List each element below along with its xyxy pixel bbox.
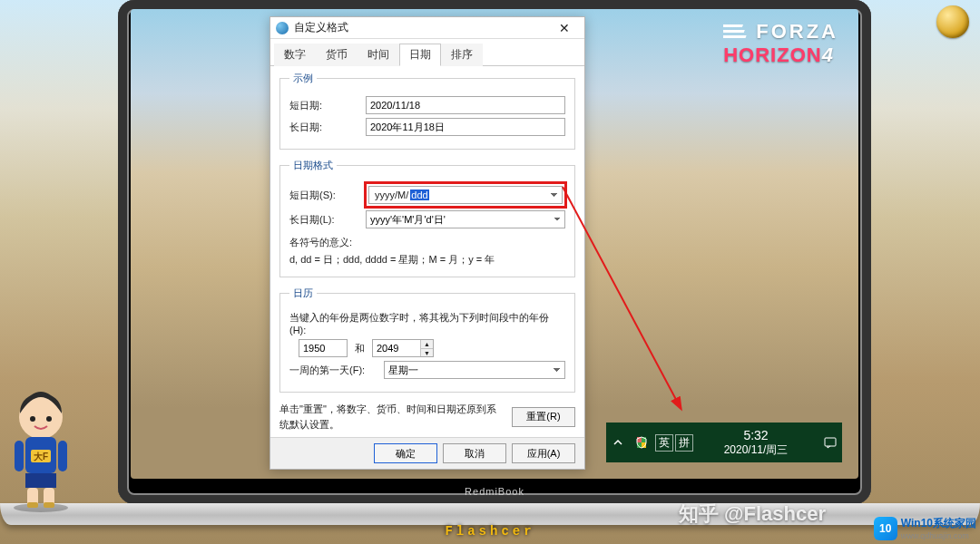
custom-format-dialog: 自定义格式 ✕ 数字 货币 时间 日期 排序 示例 短日期: 长 (270, 16, 585, 470)
first-day-select[interactable]: 星期一 (384, 361, 565, 379)
svg-rect-14 (25, 473, 56, 488)
laptop-frame: RedmiBook FORZA HORIZON4 自定义格式 (118, 0, 871, 504)
author-signature: Flashcer (445, 524, 534, 539)
reset-button[interactable]: 重置(R) (512, 407, 575, 427)
site-name: Win10系统家园 (901, 516, 976, 531)
date-format-legend: 日期格式 (289, 159, 337, 172)
svg-rect-20 (58, 441, 67, 471)
short-date-example-label: 短日期: (289, 99, 358, 112)
tray-chevron-icon[interactable] (606, 423, 630, 462)
close-button[interactable]: ✕ (550, 22, 579, 34)
tab-date[interactable]: 日期 (399, 44, 441, 66)
long-date-example-label: 长日期: (289, 121, 358, 134)
taskbar-tray: 英 拼 5:32 2020/11/周三 (606, 423, 842, 462)
coin-icon (936, 5, 969, 38)
example-group: 示例 短日期: 长日期: (279, 72, 575, 150)
year-from-spinner (299, 339, 348, 357)
example-legend: 示例 (289, 72, 317, 85)
svg-rect-18 (44, 502, 54, 508)
cancel-button[interactable]: 取消 (443, 443, 506, 463)
dialog-tabs: 数字 货币 时间 日期 排序 (270, 39, 584, 66)
laptop-brand-label: RedmiBook (465, 486, 524, 497)
site-url: www.qdhuajin.com (901, 531, 976, 540)
apply-button[interactable]: 应用(A) (512, 443, 575, 463)
dialog-footer: 确定 取消 应用(A) (270, 437, 584, 469)
symbol-meaning-label: 各符号的意义: (289, 234, 565, 251)
symbol-meaning-text: d, dd = 日；ddd, dddd = 星期；M = 月；y = 年 (289, 251, 565, 268)
ime-mode[interactable]: 拼 (675, 434, 693, 452)
svg-rect-8 (825, 438, 836, 446)
short-date-format-selection: ddd (410, 189, 428, 200)
year-to-spinner[interactable]: ▲ ▼ (372, 339, 434, 357)
globe-icon (276, 22, 289, 34)
calendar-group: 日历 当键入的年份是两位数字时，将其视为下列时间段中的年份(H): 和 ▲ (279, 287, 575, 393)
year-to-value[interactable] (373, 340, 420, 356)
tab-time[interactable]: 时间 (358, 44, 399, 66)
dialog-title: 自定义格式 (294, 20, 550, 35)
svg-rect-1 (723, 30, 745, 33)
long-date-example-value (366, 118, 565, 136)
short-date-format-label: 短日期(S): (289, 189, 358, 202)
long-date-format-select[interactable]: yyyy'年'M'月'd'日' (366, 210, 565, 228)
tab-sort[interactable]: 排序 (441, 44, 483, 66)
year-between-label: 和 (355, 342, 365, 355)
notification-center-icon[interactable] (818, 436, 842, 449)
ime-language[interactable]: 英 (655, 434, 673, 452)
two-digit-year-label: 当键入的年份是两位数字时，将其视为下列时间段中的年份(H): (289, 311, 565, 335)
taskbar-date: 2020/11/周三 (693, 443, 818, 457)
dialog-titlebar[interactable]: 自定义格式 ✕ (270, 17, 584, 39)
svg-rect-17 (27, 502, 38, 508)
year-to-down-button[interactable]: ▼ (421, 349, 433, 357)
long-date-format-label: 长日期(L): (289, 213, 358, 227)
forza-logo: FORZA HORIZON4 (723, 20, 838, 67)
svg-point-12 (46, 416, 52, 422)
ok-button[interactable]: 确定 (374, 443, 437, 463)
site-watermark: 10 Win10系统家园 www.qdhuajin.com (874, 516, 976, 540)
taskbar-time: 5:32 (693, 428, 818, 444)
forza-stripes-icon (723, 24, 750, 41)
laptop-hinge (0, 503, 980, 525)
tab-currency[interactable]: 货币 (316, 44, 358, 66)
svg-text:大F: 大F (33, 452, 48, 461)
calendar-legend: 日历 (289, 287, 317, 300)
year-from-value (299, 340, 347, 356)
short-date-format-prefix: yyyy/M/ (373, 189, 410, 200)
svg-rect-2 (723, 35, 747, 38)
short-date-format-select[interactable]: yyyy/M/ddd (368, 186, 563, 204)
date-format-group: 日期格式 短日期(S): yyyy/M/ddd 长日期(L): yyyy'年'M… (279, 159, 575, 277)
defender-shield-icon[interactable] (630, 423, 653, 462)
svg-point-9 (14, 503, 68, 512)
svg-rect-0 (723, 24, 743, 27)
svg-point-11 (30, 416, 35, 422)
short-date-highlight-box: yyyy/M/ddd (364, 181, 567, 209)
short-date-example-value (366, 96, 565, 114)
reset-note: 单击"重置"，将数字、货币、时间和日期还原到系统默认设置。 (279, 402, 503, 432)
tab-number[interactable]: 数字 (274, 44, 316, 66)
author-avatar-icon: 大F (5, 386, 76, 513)
site-logo-icon: 10 (874, 517, 897, 540)
year-to-up-button[interactable]: ▲ (421, 340, 433, 349)
taskbar-clock[interactable]: 5:32 2020/11/周三 (693, 428, 818, 458)
zhihu-watermark: 知乎 @Flashcer (679, 500, 826, 528)
laptop-screen: FORZA HORIZON4 自定义格式 ✕ 数字 货币 时间 日期 排序 (131, 9, 858, 479)
svg-rect-19 (15, 441, 24, 471)
first-day-label: 一周的第一天(F): (289, 364, 377, 377)
